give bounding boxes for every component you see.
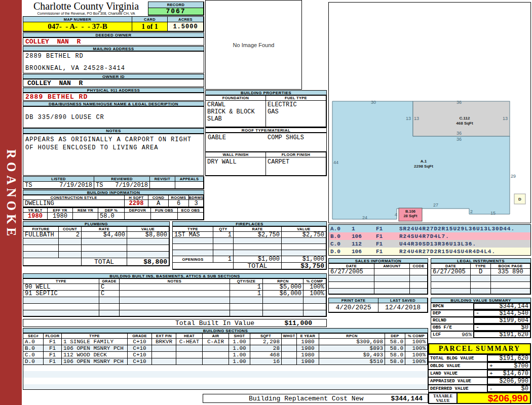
sketch-c112-label: C.112 (449, 116, 480, 120)
sidebar-district-label: ROANOKE (4, 149, 18, 256)
card-value: 1 of 1 (132, 22, 168, 31)
legal-book: 335 890 (491, 269, 530, 275)
legal-table: DATE TYPE BOOK PAGE 6/27/2005 D 335 890 (431, 263, 531, 295)
openings-label: OPENINGS (173, 256, 213, 263)
replacement-cost-label: Building Replacement Cost New (249, 395, 363, 402)
acres-value: 1.5000 (168, 22, 204, 31)
dep-label: DEP % (98, 208, 125, 213)
sketch-c112-sqft: 468 SqFt (449, 121, 480, 126)
fireplaces-total-label: TOTAL (234, 263, 282, 269)
dim-gray-top-36: 36 (454, 100, 464, 105)
floor-finish-label: FLOOR FINISH (266, 152, 326, 157)
parcel-deferred-row: DEFERRED VALUE -$0 (428, 385, 531, 392)
fireplaces-h-value: VALUE (282, 227, 326, 232)
acres-label: ACRES (168, 17, 204, 22)
record-box: RECORD 7067 (148, 2, 204, 16)
value-summary-title: BUILDING VALUE SUMMARY (431, 298, 531, 303)
depovr-label: DEPOVR (125, 208, 151, 213)
county-subtitle: Commissioner of the Revenue, PO Box 308,… (23, 12, 149, 15)
effyr-value: 1980 (48, 213, 73, 220)
sales-table: DATE AMOUNT CODE 6/27/2005 (328, 263, 428, 295)
sections-h-extfin: EXT FIN (152, 334, 176, 339)
record-label: RECORD (148, 2, 204, 8)
sections-h-type: TYPE (62, 334, 128, 339)
roof-type-value: GABLE (208, 134, 226, 141)
plumbing-title: PLUMBING (23, 221, 170, 226)
style-label: CONSTRUCTION STYLE (23, 195, 125, 200)
reviewed-label: REVIEWED (94, 177, 150, 182)
sketch-b106-sqft: 28 SqFt (399, 214, 422, 218)
plumbing-h-count: COUNT (59, 227, 82, 232)
openings-rate: $1,000 (234, 256, 282, 263)
appeals-label: APPEALS (175, 177, 204, 182)
built-ins-h-qty: QTY/SIZE (230, 279, 263, 284)
print-saved-table: PRINT DATE LAST SAVED 4/20/2025 12/4/201… (328, 298, 428, 313)
replacement-cost-row: Building Replacement Cost New $344,144 (203, 394, 428, 403)
physical-address-label: PHYSICAL 911 ADDRESS (23, 88, 204, 93)
built-in-grade: C (99, 284, 120, 291)
sections-h-heat: HEAT (176, 334, 203, 339)
fuel-label: FUEL TYPE (266, 96, 326, 101)
building-sections-title: BUILDING SECTIONS (23, 328, 428, 333)
legal-h-book: BOOK PAGE (491, 264, 530, 269)
foundation-fuel-table: FOUNDATION FUEL TYPE CRAWL BRICK & BLOCK… (205, 95, 327, 128)
building-sections-table: SEC# FLOOR TYPE GRADE EXT FIN HEAT AIR S… (23, 333, 428, 390)
value-summary-rclnd-row: RCLND $199,604 (431, 317, 531, 324)
fuel-values: ELECTRIC GAS (266, 101, 326, 127)
foundation-values: CRAWL BRICK & BLOCK SLAB (206, 101, 266, 127)
built-ins-total-row: Total Built In Value $11,000 (23, 319, 327, 327)
dba-label: DBA/BUISNESS NAME/HOUSE NAME & LEGAL DES… (23, 101, 204, 106)
record-value: 7067 (148, 8, 204, 15)
dim-gray-bottom-36: 36 (454, 131, 464, 136)
section-row-sec: A.0 (23, 339, 44, 345)
plumbing-value: $8,800 (127, 232, 169, 238)
notes-box: APPEARS AS ORIGINALLY A CARPORT ON RIGHT… (23, 134, 204, 176)
legal-h-type: TYPE (471, 264, 491, 269)
sections-h-comp: % COMP (405, 334, 428, 339)
sketch-drawing (329, 3, 530, 223)
dim-below-gray-36: 36 (454, 137, 464, 142)
funobs-label: FUN OBS (151, 208, 178, 213)
owner-id-value: COLLEY NAN R (23, 79, 204, 87)
last-saved-label: LAST SAVED (378, 298, 428, 303)
sales-h-date: DATE (329, 264, 374, 269)
ecoobs-label: ECO OBS (178, 208, 204, 213)
dim-bottom-24: 24 (360, 215, 370, 220)
rooms-value: 6 (169, 200, 189, 207)
section-row-sec: D.0 (23, 358, 44, 365)
yrblt-value: 1980 (23, 213, 48, 220)
openings-qty: 1 (213, 256, 234, 263)
legal-title: LEGAL INSTRUMENTS (431, 258, 531, 263)
fireplaces-title: FIREPLACES (172, 221, 327, 226)
built-ins-h-grade: GRADE (99, 279, 120, 284)
fireplaces-h-rate: RATE (234, 227, 282, 232)
sections-h-sqft: SQFT (250, 334, 282, 339)
rooms-label: ROOMS (169, 195, 189, 200)
plumbing-total-value: $8,800 (127, 258, 169, 266)
hsqft-value: 2298 (125, 200, 148, 207)
sales-h-code: CODE (410, 264, 428, 269)
dim-step-2: 2 (470, 209, 476, 214)
mailing-address-label: MAILING ADDRESS (23, 46, 204, 51)
map-card-acres: MAP NUMBER CARD ACRES 047- - A- - - 37-B… (23, 16, 204, 32)
parcel-taxable-row: TAXABLE VALUE $206,990 (428, 392, 531, 404)
deeded-owner-value: COLLEY NAN R (23, 37, 204, 46)
print-date-label: PRINT DATE (329, 298, 378, 303)
county-title: Charlotte County Virginia (23, 1, 149, 12)
fireplaces-h-qty: QTY (213, 227, 234, 232)
built-in-comp: 100% (303, 291, 326, 297)
remyr-label: REM YR (73, 208, 98, 213)
notes-line1: APPEARS AS ORIGINALLY A CARPORT ON RIGHT (25, 136, 192, 143)
built-ins-title: BUILDING BUILT INS, BASEMENTS, ATTICS & … (23, 273, 327, 278)
vector-row-b: B.0 106 F1 R24SU4R7D4L7. (329, 232, 530, 240)
fireplace-rate: $2,750 (234, 232, 282, 238)
dim-left-in-13: 13 (414, 116, 423, 121)
taxable-value-amount: $206,990 (457, 392, 531, 404)
value-summary-dep-row: DEP -$144,540 (431, 310, 531, 317)
sales-h-amount: AMOUNT (374, 264, 410, 269)
dim-porch-4: 4 (389, 212, 397, 217)
card-label: CARD (132, 17, 168, 22)
plumbing-rate: $4,400 (82, 232, 127, 238)
built-ins-h-comp: % COMP (303, 279, 326, 284)
parcel-land-row: LAND VALUE +$14,670 (428, 370, 531, 377)
